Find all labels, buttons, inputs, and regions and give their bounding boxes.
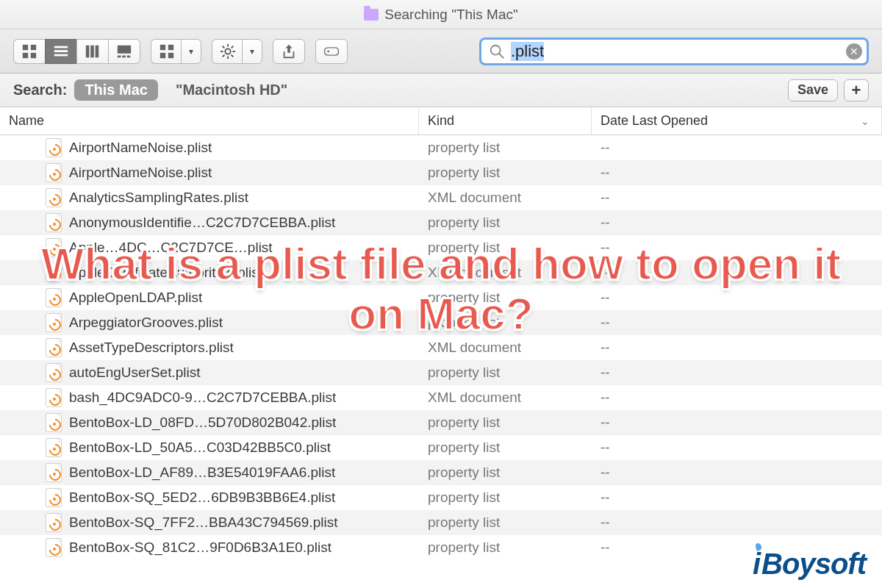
gallery-view-button[interactable] (108, 39, 140, 64)
svg-rect-3 (31, 52, 36, 57)
icon-view-button[interactable] (13, 39, 45, 64)
table-row[interactable]: AnalyticsSamplingRates.plistXML document… (0, 185, 882, 210)
grid-icon (21, 43, 37, 60)
arrange-group: ▾ (151, 39, 201, 64)
edit-tags-button[interactable] (315, 39, 348, 64)
file-name: BentoBox-SQ_81C2…9F0D6B3A1E0.plist (69, 539, 331, 556)
file-name: AirportNameNoise.plist (69, 140, 212, 156)
window-title: Searching "This Mac" (384, 7, 517, 23)
svg-rect-1 (31, 44, 36, 49)
table-row[interactable]: Apple…4DC…C2C7D7CE…plistproperty list-- (0, 235, 882, 260)
table-row[interactable]: BentoBox-SQ_7FF2…BBA43C794569.plistprope… (0, 510, 882, 535)
svg-rect-12 (122, 55, 126, 57)
cell-date: -- (592, 165, 882, 181)
cell-date: -- (592, 140, 882, 156)
results-list[interactable]: AirportNameNoise.plistproperty list--Air… (0, 135, 882, 588)
table-row[interactable]: BentoBox-SQ_5ED2…6DB9B3BB6E4.plistproper… (0, 485, 882, 510)
svg-rect-7 (86, 45, 90, 57)
table-row[interactable]: AirportNameNoise.plistproperty list-- (0, 160, 882, 185)
cell-name: bash_4DC9ADC0-9…C2C7D7CEBBA.plist (0, 388, 419, 407)
table-row[interactable]: AirportNameNoise.plistproperty list-- (0, 135, 882, 160)
cell-kind: XML document (419, 390, 592, 406)
watermark-i: i (753, 548, 760, 581)
add-criteria-button[interactable]: + (844, 79, 869, 101)
table-row[interactable]: bash_4DC9ADC0-9…C2C7D7CEBBA.plistXML doc… (0, 385, 882, 410)
table-row[interactable]: AnonymousIdentifie…C2C7D7CEBBA.plistprop… (0, 210, 882, 235)
cell-kind: property list (419, 465, 592, 481)
cell-date: -- (592, 415, 882, 431)
share-button[interactable] (273, 39, 305, 64)
table-row[interactable]: BentoBox-SQ_81C2…9F0D6B3A1E0.plistproper… (0, 535, 882, 560)
folder-icon (364, 9, 379, 21)
file-name: autoEngUserSet.plist (69, 365, 201, 381)
file-name: BentoBox-SQ_7FF2…BBA43C794569.plist (69, 514, 337, 531)
plist-file-icon (46, 138, 62, 157)
column-header-date[interactable]: Date Last Opened ⌄ (592, 107, 882, 135)
column-header-kind[interactable]: Kind (419, 107, 592, 135)
table-row[interactable]: BentoBox-LD_08FD…5D70D802B042.plistprope… (0, 410, 882, 435)
cell-date: -- (592, 440, 882, 456)
table-row[interactable]: AssetTypeDescriptors.plistXML document-- (0, 335, 882, 360)
file-name: BentoBox-SQ_5ED2…6DB9B3BB6E4.plist (69, 490, 335, 506)
plist-file-icon (46, 263, 62, 282)
svg-point-18 (225, 49, 230, 54)
scope-this-mac[interactable]: This Mac (74, 79, 158, 101)
chevron-down-icon: ⌄ (861, 115, 870, 127)
cell-name: ArpeggiatorGrooves.plist (0, 313, 419, 332)
scope-label: Search: (13, 82, 67, 98)
clear-search-button[interactable]: ✕ (846, 43, 862, 60)
file-name: AssetTypeDescriptors.plist (69, 340, 234, 356)
action-button[interactable] (212, 39, 243, 64)
svg-rect-2 (23, 52, 28, 57)
action-chevron[interactable]: ▾ (242, 39, 262, 64)
arrange-icon (159, 43, 175, 60)
file-name: AnonymousIdentifie…C2C7D7CEBBA.plist (69, 215, 335, 231)
chevron-down-icon: ▾ (189, 46, 193, 57)
table-row[interactable]: BentoBox-LD_AF89…B3E54019FAA6.plistprope… (0, 460, 882, 485)
arrange-chevron[interactable]: ▾ (181, 39, 201, 64)
table-row[interactable]: autoEngUserSet.plistproperty list-- (0, 360, 882, 385)
search-input[interactable] (511, 42, 840, 61)
search-field[interactable]: ✕ (479, 37, 869, 65)
cell-date: -- (592, 365, 882, 381)
view-mode-group (13, 39, 140, 64)
cell-kind: property list (419, 215, 592, 231)
column-header-name[interactable]: Name (0, 107, 419, 135)
file-name: AppleOpenLDAP.plist (69, 290, 202, 306)
plist-file-icon (46, 238, 62, 257)
cell-kind: property list (419, 365, 592, 381)
file-name: ArpeggiatorGrooves.plist (69, 315, 223, 331)
table-row[interactable]: AppleOpenLDAP.plistproperty list-- (0, 285, 882, 310)
file-name: BentoBox-LD_50A5…C03D42BB5C0.plist (69, 440, 331, 456)
cell-name: AssetTypeDescriptors.plist (0, 338, 419, 357)
svg-rect-10 (118, 45, 131, 53)
svg-line-23 (223, 46, 225, 48)
file-name: Apple…4DC…C2C7D7CE…plist (69, 240, 273, 256)
svg-line-25 (223, 54, 225, 57)
table-row[interactable]: BentoBox-LD_50A5…C03D42BB5C0.plistproper… (0, 435, 882, 460)
cell-name: AirportNameNoise.plist (0, 138, 419, 157)
cell-name: AirportNameNoise.plist (0, 163, 419, 182)
search-scope-bar: Search: This Mac "Macintosh HD" Save + (0, 74, 882, 107)
columns-icon (85, 43, 101, 60)
plist-file-icon (46, 538, 62, 557)
plist-file-icon (46, 338, 62, 357)
column-view-button[interactable] (76, 39, 108, 64)
scope-macintosh-hd[interactable]: "Macintosh HD" (165, 79, 298, 101)
cell-date: -- (592, 315, 882, 331)
cell-kind: XML document (419, 265, 592, 281)
svg-rect-13 (127, 55, 131, 57)
file-name: AirportNameNoise.plist (69, 165, 212, 181)
svg-line-32 (499, 53, 503, 57)
list-view-button[interactable] (45, 39, 76, 64)
plist-file-icon (46, 313, 62, 332)
table-row[interactable]: AppleCertificateAuthorities.plistXML doc… (0, 260, 882, 285)
cell-name: BentoBox-LD_50A5…C03D42BB5C0.plist (0, 438, 419, 457)
svg-point-30 (327, 50, 329, 52)
arrange-button[interactable] (151, 39, 182, 64)
cell-kind: property list (419, 240, 592, 256)
save-search-button[interactable]: Save (788, 79, 838, 101)
search-icon (489, 43, 505, 60)
table-row[interactable]: ArpeggiatorGrooves.plistproperty list-- (0, 310, 882, 335)
cell-name: BentoBox-SQ_5ED2…6DB9B3BB6E4.plist (0, 488, 419, 507)
